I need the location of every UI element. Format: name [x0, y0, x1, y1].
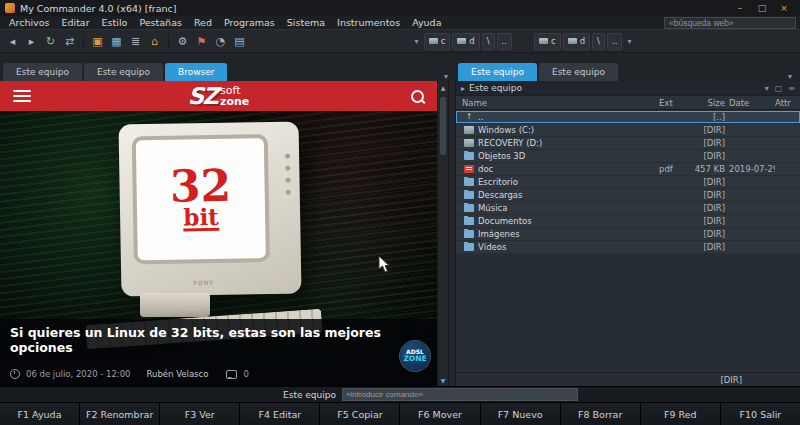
column-size[interactable]: Size	[685, 98, 729, 108]
settings-icon[interactable]: ⚙	[174, 33, 191, 50]
table-row[interactable]: Música [DIR]	[456, 202, 800, 214]
path-bar[interactable]: ▸ Este equipo ▾ ▢ ≡	[456, 81, 800, 96]
menu-pestanas[interactable]: Pestañas	[133, 17, 188, 28]
tab-browser[interactable]: Browser	[165, 63, 227, 81]
table-row[interactable]: Objetos 3D [DIR]	[456, 150, 800, 162]
tab-este-equipo-2[interactable]: Este equipo	[84, 63, 163, 81]
f4-editar-button[interactable]: F4 Editar	[240, 403, 320, 425]
column-header-row: Name Ext Size Date Attr	[456, 96, 800, 110]
f5-copiar-button[interactable]: F5 Copiar	[320, 403, 400, 425]
tab-este-equipo-3[interactable]: Este equipo	[458, 63, 537, 81]
table-row[interactable]: Escritorio [DIR]	[456, 176, 800, 188]
minimize-button[interactable]: –	[729, 1, 751, 15]
search-icon[interactable]	[411, 90, 424, 103]
drive-icon[interactable]: ▤	[231, 33, 248, 50]
menu-programas[interactable]: Programas	[218, 17, 281, 28]
web-search-input[interactable]	[664, 17, 796, 29]
table-row[interactable]: RECOVERY (D:) [DIR]	[456, 137, 800, 149]
folder-icon	[464, 217, 474, 225]
menu-editar[interactable]: Editar	[55, 17, 95, 28]
f10-salir-button[interactable]: F10 Salir	[721, 403, 800, 425]
menu-ayuda[interactable]: Ayuda	[406, 17, 447, 28]
f3-ver-button[interactable]: F3 Ver	[160, 403, 240, 425]
drive-d-button[interactable]: d	[452, 33, 479, 50]
adslzone-badge[interactable]: ADSL ZONE	[400, 341, 430, 371]
f1-ayuda-button[interactable]: F1 Ayuda	[0, 403, 80, 425]
close-button[interactable]: ×	[773, 1, 795, 15]
menu-icon[interactable]: ≡	[788, 84, 795, 93]
drive-icon	[457, 38, 466, 44]
comments-count[interactable]: 0	[243, 369, 248, 379]
back-icon[interactable]: ◂	[4, 33, 21, 50]
parent-dir-button[interactable]: ..	[607, 33, 622, 50]
article-meta-bar: 06 de julio, 2020 - 12:00 Rubén Velasco …	[0, 362, 437, 386]
chevron-down-icon[interactable]: ▾	[765, 84, 769, 93]
scrollbar-thumb[interactable]	[440, 97, 446, 155]
monitor-text-bit: bit	[183, 205, 219, 232]
pane-splitter[interactable]	[448, 81, 456, 386]
tab-este-equipo-4[interactable]: Este equipo	[539, 63, 618, 81]
swap-panes-icon[interactable]: ⇄	[61, 33, 78, 50]
drive-d-button[interactable]: d	[563, 33, 590, 50]
chevron-down-icon[interactable]: ▾	[444, 72, 448, 81]
root-button[interactable]: \	[592, 33, 605, 50]
monitor-buttons	[285, 154, 291, 195]
column-attr[interactable]: Attr	[775, 98, 800, 108]
grid-view-icon[interactable]: ▦	[108, 33, 125, 50]
chevron-down-icon[interactable]: ▾	[624, 37, 634, 46]
chevron-down-icon[interactable]: ▾	[788, 72, 792, 81]
hamburger-menu-icon[interactable]	[13, 90, 31, 102]
scroll-down-icon[interactable]: ▼	[438, 374, 448, 386]
tab-este-equipo-1[interactable]: Este equipo	[3, 63, 82, 81]
drive-c-button[interactable]: c	[534, 33, 561, 50]
tab-row: Este equipo Este equipo Browser ▾ Este e…	[0, 53, 800, 81]
file-list-empty-area[interactable]	[456, 254, 800, 372]
column-date[interactable]: Date	[729, 98, 775, 108]
table-row[interactable]: Documentos [DIR]	[456, 215, 800, 227]
column-ext[interactable]: Ext	[659, 98, 685, 108]
f2-renombrar-button[interactable]: F2 Renombrar	[80, 403, 160, 425]
chevron-down-icon[interactable]: ▾	[412, 37, 422, 46]
browser-scrollbar[interactable]: ▲ ▼	[437, 81, 448, 386]
drive-c-button[interactable]: c	[424, 33, 451, 50]
comments-icon[interactable]	[226, 370, 237, 379]
menu-archivos[interactable]: Archivos	[3, 17, 55, 28]
table-row[interactable]: Windows (C:) [DIR]	[456, 124, 800, 136]
f7-nuevo-button[interactable]: F7 Nuevo	[481, 403, 561, 425]
table-row[interactable]: ↑.. [..]	[456, 111, 800, 123]
right-pane-tabs: Este equipo Este equipo ▾	[456, 62, 800, 81]
new-folder-icon[interactable]: ▣	[89, 33, 106, 50]
list-view-icon[interactable]: ≣	[127, 33, 144, 50]
root-button[interactable]: \	[482, 33, 495, 50]
forward-icon[interactable]: ▸	[23, 33, 40, 50]
table-row[interactable]: Vídeos [DIR]	[456, 241, 800, 253]
f6-mover-button[interactable]: F6 Mover	[400, 403, 480, 425]
menu-red[interactable]: Red	[188, 17, 218, 28]
article-headline[interactable]: Si quieres un Linux de 32 bits, estas so…	[0, 319, 437, 362]
softzone-logo[interactable]: SZ soft zone	[188, 85, 250, 108]
menu-instrumentos[interactable]: Instrumentos	[331, 17, 406, 28]
article-author[interactable]: Rubén Velasco	[147, 369, 209, 379]
flag-icon[interactable]: ⚑	[193, 33, 210, 50]
file-rows: ↑.. [..] Windows (C:) [DIR] RECOVERY (D:…	[456, 110, 800, 254]
mouse-cursor-icon	[378, 255, 390, 275]
menu-estilo[interactable]: Estilo	[96, 17, 134, 28]
f9-red-button[interactable]: F9 Red	[641, 403, 721, 425]
home-icon[interactable]: ⌂	[146, 33, 163, 50]
column-name[interactable]: Name	[456, 98, 659, 108]
table-row[interactable]: Descargas [DIR]	[456, 189, 800, 201]
clock-icon[interactable]: ◔	[212, 33, 229, 50]
refresh-icon[interactable]: ↻	[42, 33, 59, 50]
scroll-up-icon[interactable]: ▲	[438, 81, 448, 93]
table-row[interactable]: doc pdf 457 KB 2019-07-29 18:46	[456, 163, 800, 175]
path-arrow-icon: ▸	[461, 84, 465, 93]
site-header: SZ soft zone	[0, 81, 437, 111]
table-row[interactable]: Imágenes [DIR]	[456, 228, 800, 240]
command-input[interactable]	[342, 388, 578, 401]
scrollbar-track[interactable]	[438, 93, 448, 374]
f8-borrar-button[interactable]: F8 Borrar	[561, 403, 641, 425]
menu-sistema[interactable]: Sistema	[281, 17, 331, 28]
window-box-icon[interactable]: ▢	[775, 84, 783, 93]
parent-dir-button[interactable]: ..	[497, 33, 512, 50]
maximize-button[interactable]: □	[751, 1, 773, 15]
